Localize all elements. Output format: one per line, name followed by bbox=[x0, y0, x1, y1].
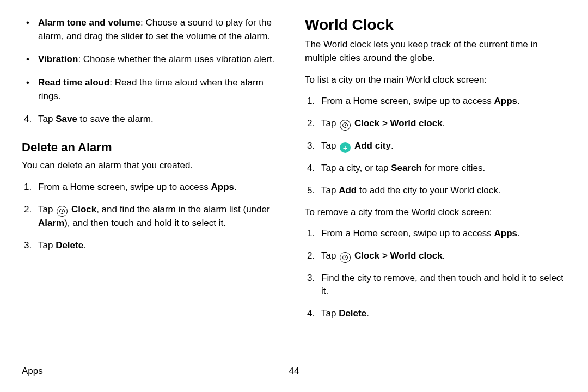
step-number: 3. bbox=[307, 272, 315, 285]
step-bold: Save bbox=[56, 114, 77, 124]
left-column: Alarm tone and volume: Choose a sound to… bbox=[22, 16, 283, 329]
add-step-1: 1. From a Home screen, swipe up to acces… bbox=[321, 95, 566, 108]
step-number: 1. bbox=[24, 181, 32, 194]
step-text-c: to save the alarm. bbox=[77, 114, 154, 124]
remove-city-steps: 1. From a Home screen, swipe up to acces… bbox=[305, 227, 566, 321]
bold: Search bbox=[391, 163, 422, 173]
bold: Apps bbox=[211, 182, 234, 192]
text: . bbox=[366, 308, 369, 318]
bold: Add bbox=[339, 185, 357, 195]
bold: Clock bbox=[71, 204, 96, 215]
bold: World clock bbox=[390, 250, 443, 261]
bold: World clock bbox=[390, 118, 443, 128]
add-city-steps: 1. From a Home screen, swipe up to acces… bbox=[305, 95, 566, 197]
text: From a Home screen, swipe up to access bbox=[321, 228, 494, 238]
remove-step-4: 4. Tap Delete. bbox=[321, 307, 566, 321]
alarm-options-bullets: Alarm tone and volume: Choose a sound to… bbox=[22, 16, 283, 103]
text: Find the city to remove, and then touch … bbox=[321, 273, 564, 297]
remove-step-2: 2. Tap Clock > World clock. bbox=[321, 249, 566, 263]
text: From a Home screen, swipe up to access bbox=[38, 182, 211, 192]
text: Tap bbox=[321, 308, 339, 318]
text: Tap bbox=[321, 250, 339, 261]
delete-step-2: 2. Tap Clock, and find the alarm in the … bbox=[38, 203, 283, 230]
text: From a Home screen, swipe up to access bbox=[321, 96, 494, 106]
step-number: 2. bbox=[24, 203, 32, 217]
text: . bbox=[443, 118, 445, 128]
clock-icon bbox=[340, 120, 351, 131]
text: to add the city to your World clock. bbox=[357, 185, 500, 195]
text: ), and then touch and hold it to select … bbox=[64, 218, 226, 228]
bold: Clock bbox=[354, 118, 379, 128]
bullet-vibration: Vibration: Choose whether the alarm uses… bbox=[38, 53, 283, 66]
text: . bbox=[443, 250, 445, 261]
bold: Delete bbox=[56, 240, 83, 250]
footer-page-number: 44 bbox=[289, 366, 299, 377]
step-number: 5. bbox=[307, 184, 315, 198]
step-number: 2. bbox=[307, 249, 315, 263]
bold: Alarm bbox=[38, 218, 64, 228]
chevron-right-icon: > bbox=[379, 250, 390, 261]
footer-section: Apps bbox=[22, 366, 43, 377]
step-text-a: Tap bbox=[38, 114, 56, 124]
world-clock-intro: The World clock lets you keep track of t… bbox=[305, 38, 566, 65]
text: . bbox=[83, 240, 86, 250]
clock-icon bbox=[57, 206, 68, 217]
text: . bbox=[517, 96, 520, 106]
remove-city-lead: To remove a city from the World clock sc… bbox=[305, 206, 566, 219]
text: Tap bbox=[38, 204, 56, 215]
text: Tap bbox=[321, 185, 339, 195]
bold: Apps bbox=[494, 96, 517, 106]
bold: Delete bbox=[339, 308, 366, 318]
alarm-save-step: 4. Tap Save to save the alarm. bbox=[22, 113, 283, 126]
text: Tap bbox=[321, 140, 339, 151]
step-number: 4. bbox=[24, 113, 32, 126]
right-column: World Clock The World clock lets you kee… bbox=[305, 16, 566, 329]
step-number: 4. bbox=[307, 162, 315, 175]
bold: Add city bbox=[354, 140, 391, 151]
step-number: 3. bbox=[307, 139, 315, 153]
text: Tap bbox=[38, 240, 56, 250]
remove-step-1: 1. From a Home screen, swipe up to acces… bbox=[321, 227, 566, 241]
add-step-3: 3. Tap + Add city. bbox=[321, 139, 566, 154]
plus-icon: + bbox=[340, 142, 351, 153]
text: . bbox=[391, 140, 394, 151]
add-step-2: 2. Tap Clock > World clock. bbox=[321, 117, 566, 131]
text: Tap a city, or tap bbox=[321, 163, 391, 173]
add-step-5: 5. Tap Add to add the city to your World… bbox=[321, 184, 566, 198]
add-step-4: 4. Tap a city, or tap Search for more ci… bbox=[321, 162, 566, 175]
text: . bbox=[517, 228, 520, 238]
two-column-layout: Alarm tone and volume: Choose a sound to… bbox=[22, 16, 566, 329]
delete-steps: 1. From a Home screen, swipe up to acces… bbox=[22, 181, 283, 252]
step-number: 3. bbox=[24, 239, 32, 253]
step-number: 4. bbox=[307, 307, 315, 321]
delete-step-3: 3. Tap Delete. bbox=[38, 239, 283, 253]
bold: Apps bbox=[494, 228, 517, 238]
text: for more cities. bbox=[422, 163, 485, 173]
bold: Clock bbox=[354, 250, 379, 261]
remove-step-3: 3. Find the city to remove, and then tou… bbox=[321, 272, 566, 298]
page-footer: Apps 44 bbox=[22, 366, 566, 377]
clock-icon bbox=[340, 252, 351, 263]
delete-step-1: 1. From a Home screen, swipe up to acces… bbox=[38, 181, 283, 194]
bullet-text: : Choose whether the alarm uses vibratio… bbox=[78, 54, 274, 64]
add-city-lead: To list a city on the main World clock s… bbox=[305, 74, 566, 87]
step-number: 1. bbox=[307, 95, 315, 108]
bullet-label: Alarm tone and volume bbox=[38, 17, 140, 28]
step-number: 2. bbox=[307, 117, 315, 131]
delete-alarm-intro: You can delete an alarm that you created… bbox=[22, 159, 283, 173]
step-save: 4. Tap Save to save the alarm. bbox=[38, 113, 283, 126]
text: . bbox=[234, 182, 237, 192]
delete-alarm-heading: Delete an Alarm bbox=[22, 140, 283, 155]
step-number: 1. bbox=[307, 227, 315, 241]
text: , and find the alarm in the alarm list (… bbox=[96, 204, 270, 215]
text: Tap bbox=[321, 118, 339, 128]
world-clock-heading: World Clock bbox=[305, 16, 566, 34]
bullet-label: Read time aloud bbox=[38, 77, 109, 88]
chevron-right-icon: > bbox=[379, 118, 390, 128]
bullet-label: Vibration bbox=[38, 54, 78, 64]
bullet-read-aloud: Read time aloud: Read the time aloud whe… bbox=[38, 76, 283, 103]
bullet-alarm-tone: Alarm tone and volume: Choose a sound to… bbox=[38, 16, 283, 43]
